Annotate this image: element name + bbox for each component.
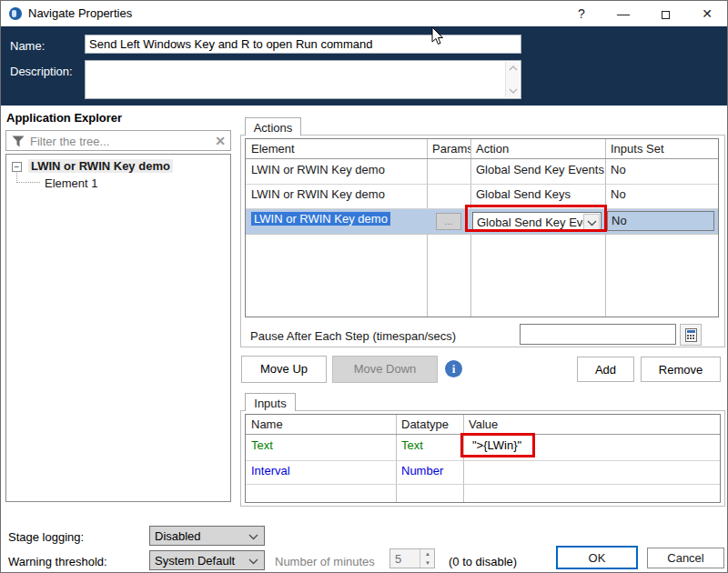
tree-connector bbox=[16, 173, 40, 183]
input-interval-name[interactable]: Interval bbox=[246, 461, 396, 484]
row2-action[interactable]: Global Send Keys bbox=[470, 185, 605, 208]
input-text-value[interactable]: ">{LWin}" bbox=[463, 436, 720, 460]
row1-params[interactable] bbox=[427, 160, 470, 184]
input-row-text[interactable]: Text Text ">{LWin}" bbox=[246, 436, 720, 461]
zero-to-disable-hint: (0 to disable) bbox=[449, 555, 517, 568]
input-text-datatype[interactable]: Text bbox=[396, 436, 463, 460]
app-icon bbox=[9, 7, 22, 20]
add-button[interactable]: Add bbox=[577, 357, 634, 382]
spinner-down-icon[interactable]: ▼ bbox=[420, 558, 435, 568]
col-action: Action bbox=[470, 139, 605, 158]
pause-label: Pause After Each Step (timespan/secs) bbox=[250, 329, 456, 343]
number-of-minutes-label: Number of minutes bbox=[275, 555, 375, 568]
help-icon: ? bbox=[578, 6, 585, 21]
chevron-down-icon bbox=[248, 534, 258, 540]
tree-collapse-icon[interactable]: − bbox=[12, 162, 22, 172]
col-element: Element bbox=[246, 139, 427, 158]
row1-inputs-set[interactable]: No bbox=[605, 160, 718, 184]
action-row-2[interactable]: LWIN or RWIN Key demo Global Send Keys N… bbox=[246, 185, 718, 209]
pause-input[interactable] bbox=[520, 324, 676, 345]
move-up-button[interactable]: Move Up bbox=[241, 356, 327, 383]
description-scrollbar[interactable] bbox=[505, 62, 520, 97]
col-name: Name bbox=[246, 415, 396, 434]
description-label: Description: bbox=[10, 65, 73, 78]
application-explorer-tree[interactable]: − LWIN or RWIN Key demo Element 1 bbox=[5, 154, 231, 502]
row3-inputs-set-cell: No bbox=[605, 209, 718, 234]
minutes-spinner: 5 ▲ ▼ bbox=[389, 548, 435, 568]
actions-table-header: Element Params Action Inputs Set bbox=[246, 139, 718, 159]
chevron-down-icon bbox=[587, 220, 597, 226]
maximize-button[interactable] bbox=[647, 1, 683, 26]
inputs-table[interactable]: Name Datatype Value Text Text ">{LWin}" … bbox=[245, 414, 721, 503]
help-button[interactable]: ? bbox=[563, 1, 600, 26]
warning-threshold-label: Warning threshold: bbox=[8, 555, 107, 568]
row2-element[interactable]: LWIN or RWIN Key demo bbox=[246, 185, 427, 208]
row1-action[interactable]: Global Send Key Events bbox=[470, 160, 605, 184]
name-input[interactable] bbox=[85, 35, 521, 54]
row2-params[interactable] bbox=[427, 185, 470, 208]
scroll-down-icon[interactable] bbox=[509, 88, 518, 94]
maximize-icon bbox=[662, 11, 670, 19]
inputs-table-header: Name Datatype Value bbox=[246, 415, 720, 435]
tree-filter-placeholder: Filter the tree... bbox=[30, 135, 109, 148]
actions-panel: Element Params Action Inputs Set LWIN or… bbox=[240, 135, 725, 347]
tab-actions[interactable]: Actions bbox=[245, 117, 301, 136]
close-icon: ✕ bbox=[702, 6, 713, 21]
name-label: Name: bbox=[10, 39, 45, 53]
warning-threshold-dropdown[interactable]: System Default bbox=[149, 550, 265, 570]
minimize-icon: — bbox=[617, 6, 630, 21]
calculator-icon bbox=[685, 328, 697, 342]
action-row-3-selected[interactable]: LWIN or RWIN Key demo ... Global Send Ke… bbox=[246, 209, 718, 235]
row3-action-cell: Global Send Key Event bbox=[470, 209, 605, 234]
window-title: Navigate Properties bbox=[28, 6, 132, 20]
row3-params-cell: ... bbox=[427, 209, 470, 234]
actions-table[interactable]: Element Params Action Inputs Set LWIN or… bbox=[245, 138, 719, 317]
dropdown-button[interactable] bbox=[583, 214, 600, 230]
filter-funnel-icon bbox=[12, 136, 25, 147]
inputs-panel: Name Datatype Value Text Text ">{LWin}" … bbox=[240, 410, 725, 507]
minutes-value: 5 bbox=[395, 552, 401, 566]
navigate-properties-dialog: Navigate Properties ? — ✕ Name: Descript… bbox=[0, 0, 728, 573]
close-button[interactable]: ✕ bbox=[689, 1, 725, 26]
title-bar: Navigate Properties ? — ✕ bbox=[1, 1, 727, 26]
ok-button[interactable]: OK bbox=[556, 546, 638, 569]
action-row-1[interactable]: LWIN or RWIN Key demo Global Send Key Ev… bbox=[246, 160, 718, 185]
input-text-name[interactable]: Text bbox=[246, 436, 396, 460]
scroll-up-icon[interactable] bbox=[509, 65, 518, 71]
row3-inputs-set[interactable]: No bbox=[607, 211, 714, 231]
calculator-button[interactable] bbox=[680, 324, 702, 346]
col-value: Value bbox=[463, 415, 720, 434]
spinner-up-icon[interactable]: ▲ bbox=[420, 549, 435, 558]
mouse-cursor-icon bbox=[430, 26, 445, 46]
tab-inputs[interactable]: Inputs bbox=[245, 393, 296, 411]
stage-logging-dropdown[interactable]: Disabled bbox=[149, 526, 265, 546]
filter-clear-icon[interactable]: ✕ bbox=[215, 134, 226, 148]
params-ellipsis-button[interactable]: ... bbox=[436, 213, 461, 230]
row1-element[interactable]: LWIN or RWIN Key demo bbox=[246, 160, 427, 184]
tree-item-root[interactable]: LWIN or RWIN Key demo bbox=[28, 159, 173, 173]
action-dropdown[interactable]: Global Send Key Event bbox=[472, 212, 602, 232]
tree-filter-input[interactable]: Filter the tree... ✕ bbox=[5, 130, 231, 151]
remove-button[interactable]: Remove bbox=[641, 357, 721, 382]
tree-item-element-1[interactable]: Element 1 bbox=[45, 176, 98, 190]
row2-inputs-set[interactable]: No bbox=[605, 185, 718, 208]
header-panel: Name: Description: bbox=[1, 26, 727, 106]
col-params: Params bbox=[427, 139, 470, 158]
input-interval-value[interactable] bbox=[463, 461, 720, 484]
cancel-button[interactable]: Cancel bbox=[647, 548, 724, 568]
application-explorer-title: Application Explorer bbox=[6, 111, 122, 125]
col-datatype: Datatype bbox=[396, 415, 463, 434]
move-down-button: Move Down bbox=[332, 356, 438, 383]
description-input[interactable] bbox=[85, 60, 521, 99]
chevron-down-icon bbox=[248, 558, 258, 565]
minimize-button[interactable]: — bbox=[605, 1, 642, 26]
row3-element[interactable]: LWIN or RWIN Key demo bbox=[246, 209, 427, 234]
info-icon[interactable]: i bbox=[445, 360, 462, 377]
input-interval-datatype[interactable]: Number bbox=[396, 461, 463, 484]
stage-logging-label: Stage logging: bbox=[8, 530, 84, 544]
col-inputs-set: Inputs Set bbox=[605, 139, 718, 158]
input-row-interval[interactable]: Interval Number bbox=[246, 461, 720, 485]
